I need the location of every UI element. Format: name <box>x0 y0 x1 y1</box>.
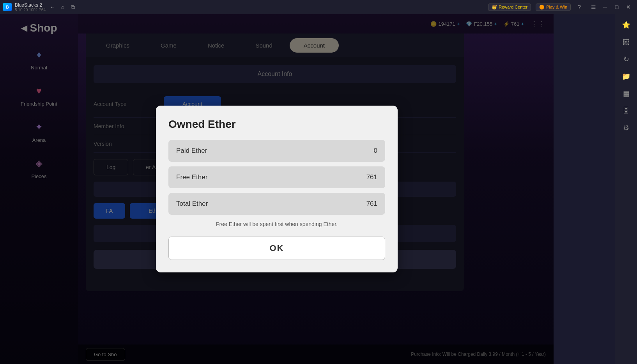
app-area: ◀ Shop ♦ Normal ♥ Friendship Point ✦ Are… <box>0 14 554 364</box>
app-name: BlueStacks 2 <box>15 2 46 8</box>
menu-button[interactable]: ☰ <box>588 2 599 12</box>
total-ether-label: Total Ether <box>176 200 208 208</box>
help-button[interactable]: ? <box>575 3 583 11</box>
play-win-label: Play & Win <box>546 5 567 9</box>
maximize-button[interactable]: □ <box>611 2 622 12</box>
modal-backdrop: Owned Ether Paid Ether 0 Free Ether 761 … <box>0 14 554 364</box>
free-ether-value: 761 <box>366 173 377 181</box>
owned-ether-modal: Owned Ether Paid Ether 0 Free Ether 761 … <box>156 106 398 272</box>
sidebar-database-icon[interactable]: 🗄 <box>618 103 634 118</box>
bluestacks-logo: B <box>3 3 12 11</box>
crown-icon: 👑 <box>492 5 497 10</box>
coin-icon: 🟠 <box>539 5 545 10</box>
home-button[interactable]: ⌂ <box>59 3 67 11</box>
sidebar-folder-icon[interactable]: 📁 <box>618 69 634 84</box>
window-controls: ☰ ─ □ ✕ <box>588 2 634 12</box>
paid-ether-label: Paid Ether <box>176 147 207 155</box>
back-button[interactable]: ← <box>49 3 57 11</box>
app-version: 5.10.20.1002 P64 <box>15 8 46 12</box>
modal-note: Free Ether will be spent first when spen… <box>168 221 385 227</box>
modal-ok-button[interactable]: OK <box>168 237 385 260</box>
free-ether-row: Free Ether 761 <box>168 166 385 188</box>
modal-title: Owned Ether <box>168 118 385 131</box>
reward-center-label: Reward Center <box>499 5 527 9</box>
titlebar: B BlueStacks 2 5.10.20.1002 P64 ← ⌂ ⧉ 👑 … <box>0 0 637 14</box>
close-button[interactable]: ✕ <box>623 2 634 12</box>
right-sidebar: ⭐ 🖼 ↻ 📁 ▦ 🗄 ⚙ <box>615 14 637 364</box>
paid-ether-row: Paid Ether 0 <box>168 140 385 162</box>
sidebar-grid-icon[interactable]: ▦ <box>618 86 634 101</box>
nav-buttons: ← ⌂ ⧉ <box>49 3 77 11</box>
total-ether-row: Total Ether 761 <box>168 193 385 215</box>
reward-center-button[interactable]: 👑 Reward Center <box>488 4 531 11</box>
clone-button[interactable]: ⧉ <box>69 3 77 11</box>
sidebar-sync-icon[interactable]: ↻ <box>618 51 634 67</box>
free-ether-label: Free Ether <box>176 173 207 181</box>
sidebar-star-icon[interactable]: ⭐ <box>618 17 634 33</box>
play-win-button[interactable]: 🟠 Play & Win <box>536 4 571 11</box>
sidebar-image-icon[interactable]: 🖼 <box>618 34 634 50</box>
total-ether-value: 761 <box>366 200 377 208</box>
sidebar-settings-icon[interactable]: ⚙ <box>618 120 634 136</box>
minimize-button[interactable]: ─ <box>600 2 610 12</box>
titlebar-right: 👑 Reward Center 🟠 Play & Win ? ☰ ─ □ ✕ <box>488 2 634 12</box>
paid-ether-value: 0 <box>374 147 377 155</box>
